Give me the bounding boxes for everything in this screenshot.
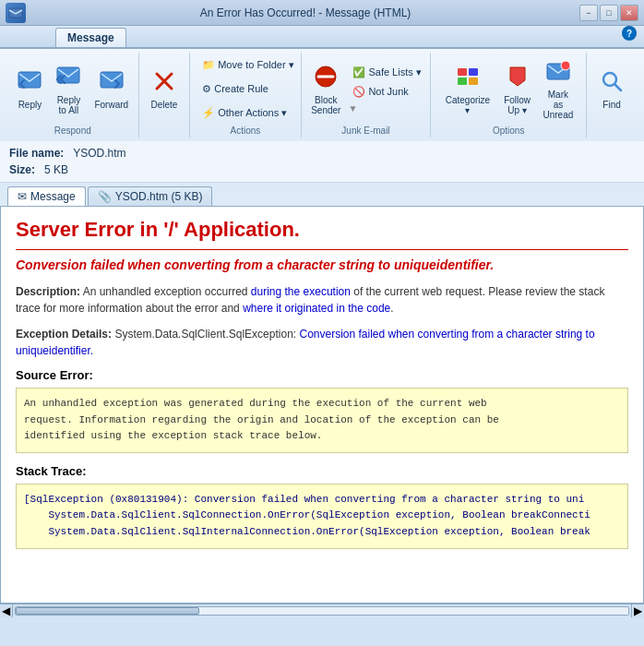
svg-rect-10: [458, 78, 467, 85]
reply-button[interactable]: Reply: [11, 65, 48, 114]
mark-unread-icon: [545, 58, 571, 88]
forward-button[interactable]: Forward: [89, 65, 134, 114]
create-rule-icon: ⚙: [202, 83, 211, 95]
file-size-value: 5 KB: [44, 163, 68, 176]
message-tab-label: Message: [30, 190, 76, 203]
error-subtitle: Conversion failed when converting from a…: [16, 257, 628, 272]
reply-icon: [17, 68, 42, 98]
svg-rect-11: [469, 78, 478, 85]
reply-all-icon: [55, 64, 81, 93]
svg-line-15: [614, 84, 621, 90]
message-tabs: ✉ Message 📎 YSOD.htm (5 KB): [0, 183, 644, 207]
safe-lists-icon: ✅: [352, 66, 365, 78]
description-label: Description:: [16, 285, 80, 298]
message-content[interactable]: Server Error in '/' Application. Convers…: [0, 207, 644, 604]
message-tab-icon: ✉: [18, 190, 27, 203]
maximize-button[interactable]: □: [600, 5, 618, 21]
move-to-folder-button[interactable]: 📁 Move to Folder ▾: [197, 56, 293, 74]
horizontal-scrollbar[interactable]: ◀ ▶: [0, 604, 644, 616]
scroll-left-button[interactable]: ◀: [0, 604, 13, 617]
forward-icon: [99, 68, 125, 98]
scrollbar-thumb[interactable]: [16, 607, 199, 615]
follow-up-icon: [505, 64, 531, 93]
ribbon: Reply Reply to All: [0, 48, 644, 141]
create-rule-label: Create Rule: [214, 83, 268, 94]
categorize-icon: [455, 64, 481, 93]
message-body: Server Error in '/' Application. Convers…: [1, 207, 643, 568]
svg-rect-9: [469, 68, 478, 76]
svg-rect-0: [9, 8, 22, 18]
ribbon-tab-row: ? Message: [0, 26, 644, 48]
error-divider: [16, 249, 628, 250]
follow-up-button[interactable]: Follow Up ▾: [499, 60, 536, 119]
not-junk-button[interactable]: 🚫 Not Junk: [348, 83, 425, 101]
respond-group: Reply Reply to All: [7, 53, 139, 138]
respond-group-label: Respond: [54, 126, 91, 136]
reply-label: Reply: [18, 100, 42, 110]
svg-point-13: [561, 61, 570, 70]
find-button[interactable]: Find: [593, 65, 630, 114]
file-info-bar: File name: YSOD.htm Size: 5 KB: [0, 141, 644, 183]
reply-all-button[interactable]: Reply to All: [50, 60, 87, 119]
block-sender-button[interactable]: Block Sender: [305, 60, 346, 119]
stack-trace-label: Stack Trace:: [16, 464, 628, 478]
window-title: An Error Has Occurred! - Message (HTML): [31, 6, 579, 19]
junk-email-group: Block Sender ✅ Safe Lists ▾ 🚫 Not Junk ▼…: [302, 53, 432, 138]
mark-unread-button[interactable]: Mark as Unread: [538, 54, 579, 124]
find-icon: [599, 68, 625, 98]
safe-lists-button[interactable]: ✅ Safe Lists ▾: [348, 64, 425, 81]
exception-label: Exception Details:: [16, 328, 112, 341]
description-text: An unhandled exception occurred during t…: [16, 285, 604, 315]
other-actions-icon: ⚡: [202, 107, 215, 119]
forward-label: Forward: [94, 100, 128, 110]
find-label: Find: [602, 100, 620, 110]
minimize-button[interactable]: −: [579, 5, 598, 21]
categorize-label: Categorize ▾: [444, 95, 491, 115]
actions-group: 📁 Move to Folder ▾ ⚙ Create Rule ⚡ Other…: [190, 53, 302, 138]
not-junk-icon: 🚫: [352, 86, 365, 98]
actions-group-label: Actions: [231, 126, 261, 136]
options-group-label: Options: [493, 126, 524, 136]
folder-icon: 📁: [202, 59, 215, 71]
attachment-tab-label: YSOD.htm (5 KB): [115, 190, 203, 203]
create-rule-button[interactable]: ⚙ Create Rule: [197, 80, 293, 98]
error-title: Server Error in '/' Application.: [16, 218, 628, 242]
junk-email-group-label: Junk E-mail: [341, 126, 389, 136]
attachment-tab-icon: 📎: [98, 190, 112, 203]
other-actions-label: Other Actions ▾: [218, 107, 287, 119]
other-actions-button[interactable]: ⚡ Other Actions ▾: [197, 104, 293, 122]
file-size-label: Size:: [9, 163, 35, 176]
categorize-button[interactable]: Categorize ▾: [438, 60, 496, 119]
delete-button[interactable]: Delete: [145, 65, 183, 114]
file-name-label: File name:: [9, 147, 64, 160]
delete-group: Delete: [139, 53, 191, 138]
help-icon[interactable]: ?: [622, 26, 637, 41]
stack-trace-code: [SqlException (0x80131904): Conversion f…: [16, 484, 628, 549]
tab-message-body[interactable]: ✉ Message: [7, 186, 86, 206]
find-group: Find: [587, 53, 637, 138]
tab-attachment[interactable]: 📎 YSOD.htm (5 KB): [88, 186, 213, 206]
block-sender-icon: [313, 64, 339, 93]
follow-up-label: Follow Up ▾: [504, 95, 531, 115]
app-icon: [6, 3, 26, 23]
close-button[interactable]: ✕: [620, 5, 638, 21]
delete-icon: [151, 68, 177, 98]
window-controls[interactable]: − □ ✕: [579, 5, 638, 21]
delete-label: Delete: [150, 100, 177, 110]
scroll-right-button[interactable]: ▶: [631, 604, 644, 617]
exception-block: Exception Details: System.Data.SqlClient…: [16, 326, 628, 359]
not-junk-label: Not Junk: [368, 86, 408, 97]
block-sender-label: Block Sender: [311, 95, 340, 115]
safe-lists-label: Safe Lists ▾: [368, 66, 421, 78]
options-group: Categorize ▾ Follow Up ▾: [431, 53, 587, 138]
tab-message[interactable]: Message: [55, 28, 126, 47]
file-name-value: YSOD.htm: [73, 147, 125, 160]
title-bar: An Error Has Occurred! - Message (HTML) …: [0, 0, 644, 26]
scrollbar-track[interactable]: [15, 606, 629, 616]
source-error-code: An unhandled exception was generated dur…: [16, 388, 628, 453]
description-block: Description: An unhandled exception occu…: [16, 283, 628, 317]
reply-all-label: Reply to All: [57, 95, 81, 115]
svg-rect-8: [458, 68, 467, 76]
source-error-label: Source Error:: [16, 368, 628, 382]
svg-rect-3: [101, 72, 123, 88]
